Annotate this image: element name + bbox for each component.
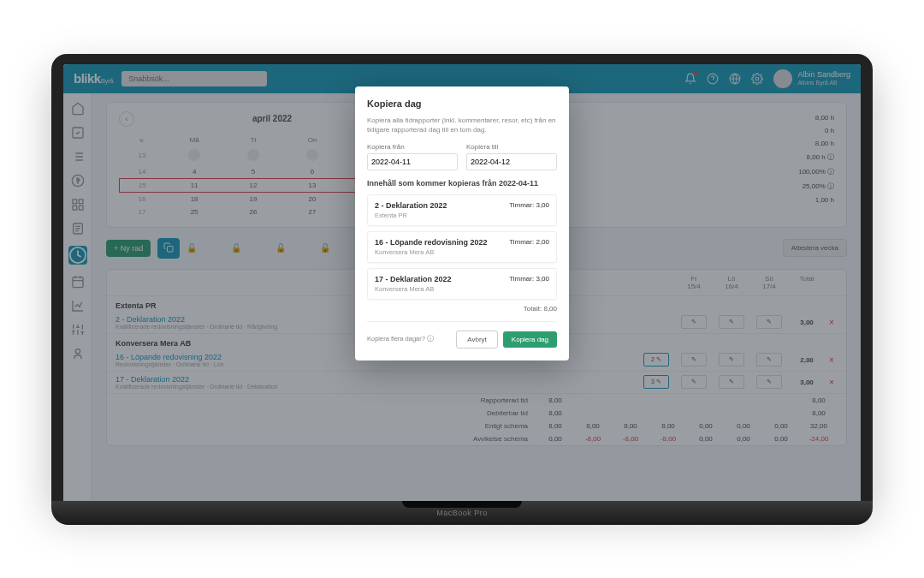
- modal-title: Kopiera dag: [367, 98, 557, 109]
- laptop-base: MacBook Pro: [51, 501, 873, 525]
- modal-section-title: Innehåll som kommer kopieras från 2022-0…: [367, 179, 557, 188]
- modal-total: Totalt: 8,00: [367, 305, 557, 313]
- laptop-frame: blikkByrå Albin Sandberg Albins Byrå AB …: [51, 54, 873, 525]
- copy-day-modal: Kopiera dag Kopiera alla tidrapporter (i…: [355, 86, 569, 361]
- copy-more-link[interactable]: Kopiera flera dagar? ⓘ: [367, 335, 434, 343]
- modal-overlay[interactable]: Kopiera dag Kopiera alla tidrapporter (i…: [63, 64, 861, 501]
- to-date-input[interactable]: [466, 153, 557, 170]
- copy-item: 16 - Löpande redovisning 2022Timmar: 2,0…: [367, 231, 557, 263]
- copy-item: 2 - Deklaration 2022Timmar: 3,00Extenta …: [367, 194, 557, 226]
- from-label: Kopiera från: [367, 143, 458, 151]
- app-viewport: blikkByrå Albin Sandberg Albins Byrå AB …: [63, 64, 861, 501]
- modal-description: Kopiera alla tidrapporter (inkl. komment…: [367, 116, 557, 134]
- copy-item: 17 - Deklaration 2022Timmar: 3,00Konvers…: [367, 268, 557, 300]
- confirm-button[interactable]: Kopiera dag: [503, 331, 557, 348]
- cancel-button[interactable]: Avbryt: [456, 331, 498, 349]
- to-label: Kopiera till: [466, 143, 557, 151]
- from-date-input[interactable]: [367, 153, 458, 170]
